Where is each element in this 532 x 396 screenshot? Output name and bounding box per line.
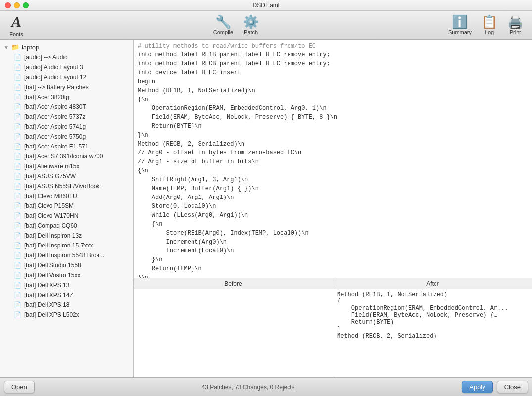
print-button[interactable]: 🖨️ Print — [502, 13, 528, 37]
sidebar-group-header[interactable]: ▼ 📁 laptop — [0, 42, 133, 52]
file-icon: 📄 — [14, 163, 21, 170]
sidebar-item[interactable]: 📄[bat] Dell Inspiron 13z — [0, 231, 133, 241]
sidebar-item[interactable]: 📄[bat] Dell XPS 13 — [0, 280, 133, 290]
file-icon: 📄 — [14, 103, 21, 110]
sidebar-item[interactable]: 📄[bat] Dell Inspiron 15-7xxx — [0, 241, 133, 250]
sidebar-item[interactable]: 📄[audio] Audio Layout 3 — [0, 62, 133, 72]
compile-button[interactable]: 🔧 Compile — [208, 13, 238, 37]
file-icon: 📄 — [14, 282, 21, 289]
status-text: 43 Patches, 73 Changes, 0 Rejects — [39, 384, 458, 391]
file-icon: 📄 — [14, 64, 21, 71]
diff-after-header: After — [333, 278, 532, 289]
file-icon: 📄 — [14, 202, 21, 209]
fonts-label: Fonts — [9, 31, 23, 37]
file-icon: 📄 — [14, 311, 21, 318]
toolbar: A Fonts 🔧 Compile ⚙️ Patch ℹ️ Summary 📋 … — [0, 11, 532, 40]
patch-button[interactable]: ⚙️ Patch — [238, 13, 264, 37]
maximize-button[interactable] — [23, 2, 29, 8]
minimize-button[interactable] — [14, 2, 20, 8]
file-icon: 📄 — [14, 84, 21, 91]
chevron-down-icon: ▼ — [4, 45, 9, 50]
file-icon: 📄 — [14, 74, 21, 81]
log-label: Log — [485, 29, 494, 35]
fonts-icon: A — [11, 13, 21, 30]
sidebar-item[interactable]: 📄[bat] Acer Aspire 5741g — [0, 122, 133, 132]
close-doc-button[interactable]: Close — [497, 381, 528, 393]
file-icon: 📄 — [14, 292, 21, 298]
file-icon: 📄 — [14, 54, 21, 61]
main-area: ▼ 📁 laptop 📄[audio] --> Audio📄[audio] Au… — [0, 40, 532, 377]
print-icon: 🖨️ — [507, 15, 523, 28]
sidebar-item[interactable]: 📄[bat] Acer Aspire 5737z — [0, 112, 133, 122]
fonts-button[interactable]: A Fonts — [4, 11, 29, 39]
file-icon: 📄 — [14, 94, 21, 100]
file-icon: 📄 — [14, 242, 21, 249]
editor-area: # utility methods to read/write buffers … — [134, 40, 532, 377]
print-label: Print — [510, 29, 521, 35]
code-editor[interactable]: # utility methods to read/write buffers … — [134, 40, 532, 278]
status-bar: Open 43 Patches, 73 Changes, 0 Rejects A… — [0, 377, 532, 396]
file-icon: 📄 — [14, 153, 21, 160]
sidebar-item[interactable]: 📄[bat] Acer 3820tg — [0, 92, 133, 102]
sidebar-group-label: laptop — [22, 44, 39, 51]
sidebar-item[interactable]: 📄[bat] Alienware m15x — [0, 161, 133, 171]
sidebar-item[interactable]: 📄[bat] Dell Inspiron 5548 Broa... — [0, 250, 133, 260]
diff-before-header: Before — [134, 278, 333, 289]
log-icon: 📋 — [482, 15, 497, 28]
apply-button[interactable]: Apply — [462, 381, 493, 393]
sidebar-item[interactable]: 📄[bat] ASUS N55SL/VivoBook — [0, 181, 133, 191]
diff-before-content[interactable] — [134, 289, 333, 377]
titlebar: DSDT.aml — [0, 0, 532, 11]
patch-icon: ⚙️ — [243, 15, 259, 28]
file-icon: 📄 — [14, 193, 21, 199]
file-icon: 📄 — [14, 183, 21, 190]
sidebar-item[interactable]: 📄[bat] Compaq CQ60 — [0, 221, 133, 231]
sidebar: ▼ 📁 laptop 📄[audio] --> Audio📄[audio] Au… — [0, 40, 134, 377]
sidebar-item[interactable]: 📄[audio] Audio Layout 12 — [0, 72, 133, 82]
sidebar-item[interactable]: 📄[bat] Acer Aspire 4830T — [0, 102, 133, 112]
file-icon: 📄 — [14, 123, 21, 130]
file-icon: 📄 — [14, 133, 21, 140]
patch-label: Patch — [244, 29, 258, 35]
summary-label: Summary — [448, 29, 472, 35]
file-icon: 📄 — [14, 113, 21, 120]
summary-button[interactable]: ℹ️ Summary — [443, 13, 477, 37]
file-icon: 📄 — [14, 173, 21, 180]
sidebar-item[interactable]: 📄[bat] Dell XPS L502x — [0, 310, 133, 320]
sidebar-item[interactable]: 📄[bat] Clevo W170HN — [0, 211, 133, 221]
sidebar-item[interactable]: 📄[bat] ASUS G75VW — [0, 171, 133, 181]
file-icon: 📄 — [14, 252, 21, 259]
file-icon: 📄 — [14, 222, 21, 229]
sidebar-items-list: 📄[audio] --> Audio📄[audio] Audio Layout … — [0, 52, 133, 320]
file-icon: 📄 — [14, 262, 21, 269]
sidebar-item[interactable]: 📄[bat] Clevo P15SM — [0, 201, 133, 211]
sidebar-item[interactable]: 📄[audio] --> Audio — [0, 52, 133, 62]
folder-icon: 📁 — [11, 43, 19, 51]
sidebar-item[interactable]: 📄[bat] Dell XPS 14Z — [0, 290, 133, 300]
log-button[interactable]: 📋 Log — [477, 13, 502, 37]
file-icon: 📄 — [14, 301, 21, 308]
close-button[interactable] — [5, 2, 11, 8]
file-icon: 📄 — [14, 143, 21, 150]
sidebar-item[interactable]: 📄[bat] Acer Aspire 5750g — [0, 132, 133, 142]
window-controls — [5, 2, 29, 8]
diff-header: Before After — [134, 278, 532, 289]
sidebar-item[interactable]: 📄[bat] Dell XPS 18 — [0, 300, 133, 310]
sidebar-group-laptop: ▼ 📁 laptop 📄[audio] --> Audio📄[audio] Au… — [0, 40, 133, 322]
open-button[interactable]: Open — [4, 381, 35, 393]
sidebar-item[interactable]: 📄[bat] Dell Studio 1558 — [0, 260, 133, 270]
sidebar-item[interactable]: 📄[bat] --> Battery Patches — [0, 82, 133, 92]
sidebar-item[interactable]: 📄[bat] Clevo M860TU — [0, 191, 133, 201]
summary-icon: ℹ️ — [452, 15, 468, 28]
diff-pane: Before After Method (RE1B, 1, NotSeriali… — [134, 278, 532, 377]
file-icon: 📄 — [14, 212, 21, 219]
compile-label: Compile — [213, 29, 233, 35]
file-icon: 📄 — [14, 272, 21, 279]
diff-after-content[interactable]: Method (RE1B, 1, NotSerialized) { Operat… — [333, 289, 532, 377]
sidebar-item[interactable]: 📄[bat] Acer Aspire E1-571 — [0, 142, 133, 151]
file-icon: 📄 — [14, 232, 21, 239]
compile-icon: 🔧 — [215, 15, 231, 28]
sidebar-item[interactable]: 📄[bat] Dell Vostro 15xx — [0, 270, 133, 280]
diff-content: Method (RE1B, 1, NotSerialized) { Operat… — [134, 289, 532, 377]
sidebar-item[interactable]: 📄[bat] Acer S7 391/Iconia w700 — [0, 151, 133, 161]
